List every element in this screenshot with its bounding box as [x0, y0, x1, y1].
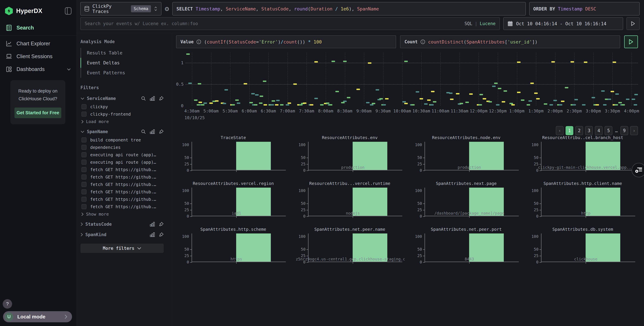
attribute-chart[interactable]: SpanAttributes.http.scheme10050250https	[178, 226, 288, 272]
bar-chart-icon[interactable]	[150, 129, 155, 134]
attribute-chart[interactable]: ResourceAttributes.node.env10050250produ…	[412, 134, 521, 180]
event-delta-mark[interactable]	[517, 62, 520, 63]
event-delta-mark[interactable]	[595, 104, 599, 105]
search-icon[interactable]	[141, 96, 146, 101]
event-delta-mark[interactable]	[329, 104, 332, 105]
event-delta-mark[interactable]	[416, 91, 419, 93]
attribute-chart[interactable]: ResourceAttribu...vercel.runtime10050250…	[295, 180, 405, 226]
event-delta-mark[interactable]	[632, 99, 635, 100]
get-started-button[interactable]: Get Started for Free	[14, 108, 61, 118]
event-delta-mark[interactable]	[198, 83, 201, 84]
collapse-sidebar-icon[interactable]	[65, 7, 72, 15]
event-delta-mark[interactable]	[402, 101, 406, 102]
event-delta-mark[interactable]	[634, 94, 638, 95]
event-delta-mark[interactable]	[592, 97, 595, 98]
checkbox[interactable]	[82, 104, 86, 109]
event-delta-mark[interactable]	[224, 89, 228, 91]
filter-group-name[interactable]: ServiceName	[87, 96, 138, 101]
event-delta-mark[interactable]	[456, 93, 459, 94]
event-delta-mark[interactable]	[544, 103, 547, 105]
event-delta-mark[interactable]	[478, 104, 482, 105]
event-delta-mark[interactable]	[276, 100, 280, 101]
filter-group-name[interactable]: SpanKind	[85, 232, 147, 237]
event-delta-mark[interactable]	[326, 102, 330, 104]
filter-option[interactable]: fetch GET https://github.…	[80, 203, 164, 210]
attribute-chart[interactable]: SpanAttributes.http.client.name10050250h…	[528, 180, 638, 226]
event-delta-mark[interactable]	[310, 104, 313, 105]
pagination-page-4[interactable]: 4	[595, 126, 602, 135]
event-delta-mark[interactable]	[255, 94, 259, 96]
analysis-mode-event-deltas[interactable]: Event Deltas	[80, 58, 164, 68]
event-delta-mark[interactable]	[343, 101, 346, 102]
analysis-mode-event-patterns[interactable]: Event Patterns	[80, 68, 164, 78]
event-delta-mark[interactable]	[466, 102, 469, 103]
attribute-chart[interactable]: SpanAttributes.net.peer.port100502508443	[412, 226, 521, 272]
event-delta-mark[interactable]	[259, 102, 262, 104]
event-delta-mark[interactable]	[608, 99, 611, 100]
event-delta-mark[interactable]	[411, 104, 414, 105]
event-delta-mark[interactable]	[521, 99, 524, 101]
event-delta-mark[interactable]	[404, 103, 408, 104]
event-delta-mark[interactable]	[622, 104, 625, 105]
event-delta-mark[interactable]	[634, 104, 637, 105]
search-icon[interactable]	[141, 129, 146, 134]
event-delta-mark[interactable]	[611, 91, 614, 92]
select-query-input[interactable]: SELECT Timestamp, ServiceName, StatusCod…	[172, 2, 526, 16]
event-delta-mark[interactable]	[286, 104, 289, 105]
chevron-right-icon[interactable]	[80, 222, 83, 226]
event-delta-mark[interactable]	[336, 91, 339, 92]
checkbox[interactable]	[82, 189, 86, 194]
event-delta-mark[interactable]	[186, 53, 190, 55]
event-delta-mark[interactable]	[201, 104, 204, 105]
attribute-chart[interactable]: TraceState10050250	[178, 134, 288, 180]
event-delta-mark[interactable]	[618, 102, 622, 103]
event-delta-mark[interactable]	[275, 104, 278, 105]
event-delta-mark[interactable]	[534, 93, 538, 94]
event-delta-mark[interactable]	[482, 98, 486, 99]
filter-option[interactable]: clickpy-frontend	[80, 110, 164, 118]
sidebar-item-client-sessions[interactable]: Client Sessions	[0, 50, 76, 63]
event-delta-mark[interactable]	[263, 81, 266, 82]
filter-option[interactable]: fetch GET https://github.…	[80, 196, 164, 203]
event-delta-mark[interactable]	[496, 104, 500, 105]
event-delta-mark[interactable]	[237, 102, 240, 104]
filter-option[interactable]: clickpy	[80, 103, 164, 110]
filter-load-more[interactable]: Load more	[80, 118, 164, 126]
checkbox[interactable]	[82, 160, 86, 165]
event-delta-mark[interactable]	[223, 103, 226, 104]
event-delta-mark[interactable]	[612, 62, 616, 63]
order-by-input[interactable]: ORDER BY Timestamp DESC	[529, 2, 640, 16]
filter-show-more[interactable]: Show more	[80, 210, 164, 218]
pagination-page-1[interactable]: 1	[566, 126, 573, 135]
filter-option[interactable]: fetch GET https://github.…	[80, 181, 164, 188]
event-delta-mark[interactable]	[614, 104, 618, 105]
pagination-page-2[interactable]: 2	[575, 126, 583, 135]
event-delta-mark[interactable]	[303, 102, 306, 104]
event-delta-mark[interactable]	[469, 93, 473, 95]
event-delta-mark[interactable]	[288, 102, 291, 104]
event-delta-mark[interactable]	[332, 61, 335, 62]
pagination-page-9[interactable]: 9	[620, 126, 628, 135]
search-run-button[interactable]	[626, 17, 640, 30]
event-delta-mark[interactable]	[382, 104, 386, 105]
lang-toggle-sql[interactable]: SQL	[464, 21, 472, 26]
event-delta-mark[interactable]	[570, 61, 574, 63]
event-delta-mark[interactable]	[404, 61, 408, 62]
source-select[interactable]: ClickPy Traces Schema	[80, 2, 162, 16]
checkbox[interactable]	[82, 197, 86, 202]
event-delta-mark[interactable]	[449, 93, 452, 94]
event-delta-mark[interactable]	[559, 104, 562, 105]
checkbox[interactable]	[82, 167, 86, 172]
event-delta-mark[interactable]	[376, 89, 379, 91]
event-delta-mark[interactable]	[504, 90, 507, 92]
event-delta-mark[interactable]	[526, 104, 530, 105]
filter-option[interactable]: executing api route (app)…	[80, 158, 164, 166]
event-delta-mark[interactable]	[232, 104, 235, 105]
event-delta-mark[interactable]	[561, 101, 564, 102]
event-delta-mark[interactable]	[314, 98, 318, 99]
sidebar-item-dashboards[interactable]: Dashboards	[0, 63, 76, 76]
checkbox[interactable]	[82, 204, 86, 209]
checkbox[interactable]	[82, 152, 86, 157]
analysis-mode-results-table[interactable]: Results Table	[80, 48, 164, 58]
filter-option[interactable]: executing api route (app)…	[80, 151, 164, 158]
